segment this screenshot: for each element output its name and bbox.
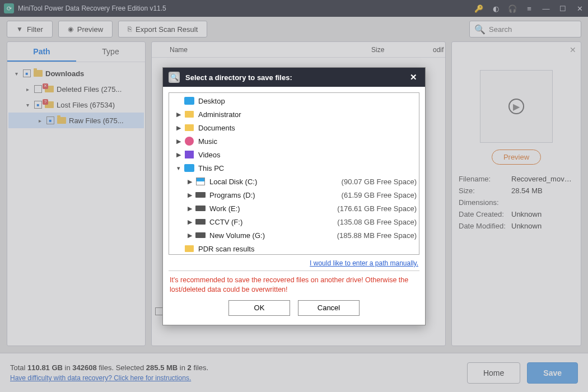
directory-node[interactable]: PDR scan results [169, 242, 419, 255]
directory-node[interactable]: ▶Work (E:)(176.61 GB Free Space) [169, 202, 419, 215]
chevron-right-icon[interactable]: ▶ [185, 178, 195, 185]
chevron-right-icon[interactable]: ▶ [174, 151, 184, 158]
directory-label: Local Disk (C:) [209, 178, 338, 186]
dialog-close-icon[interactable]: ✕ [408, 71, 419, 83]
cdrive-icon [195, 177, 206, 186]
directory-label: Music [198, 137, 419, 146]
directory-node[interactable]: ▶CCTV (F:)(135.08 GB Free Space) [169, 215, 419, 228]
chevron-right-icon[interactable]: ▶ [174, 111, 184, 118]
directory-label: This PC [198, 164, 419, 172]
folder-icon [184, 244, 195, 253]
dialog-icon: 🔍 [169, 72, 180, 83]
directory-node[interactable]: ▶Local Disk (C:)(90.07 GB Free Space) [169, 175, 419, 188]
chevron-right-icon[interactable]: ▶ [185, 192, 195, 199]
directory-label: PDR scan results [198, 245, 419, 253]
chevron-right-icon[interactable]: ▶ [185, 205, 195, 212]
directory-label: Administrator [198, 110, 419, 119]
drive-icon [195, 204, 206, 213]
chevron-right-icon[interactable]: ▶ [185, 232, 195, 239]
directory-label: Videos [198, 151, 419, 159]
directory-label: Programs (D:) [209, 191, 338, 199]
folder-icon [184, 123, 195, 132]
directory-node[interactable]: ▶Videos [169, 148, 419, 161]
drive-icon [195, 231, 206, 240]
directory-node[interactable]: ▶Music [169, 134, 419, 148]
directory-label: Documents [198, 124, 419, 132]
free-space-label: (90.07 GB Free Space) [342, 178, 419, 186]
free-space-label: (135.08 GB Free Space) [337, 218, 419, 226]
ok-button[interactable]: OK [228, 300, 290, 316]
dialog-titlebar: 🔍 Select a directory to save files: ✕ [163, 68, 425, 87]
music-icon [184, 137, 195, 146]
directory-node[interactable]: Desktop [169, 94, 419, 108]
cancel-button[interactable]: Cancel [298, 300, 360, 316]
dialog-warning: It's recommended to save the recovered f… [170, 276, 418, 295]
directory-label: CCTV (F:) [209, 218, 334, 226]
manual-path-link-row: I would like to enter a path manually. [169, 259, 418, 267]
pc-icon [184, 164, 195, 172]
free-space-label: (185.88 MB Free Space) [337, 231, 419, 240]
directory-label: Work (E:) [209, 204, 334, 213]
directory-node[interactable]: ▶Programs (D:)(61.59 GB Free Space) [169, 188, 419, 202]
video-icon [184, 150, 195, 159]
chevron-down-icon[interactable]: ▾ [174, 165, 184, 172]
dialog-title: Select a directory to save files: [185, 73, 292, 82]
free-space-label: (61.59 GB Free Space) [342, 191, 419, 199]
directory-label: New Volume (G:) [209, 231, 334, 240]
desktop-icon [184, 96, 195, 105]
save-directory-dialog: 🔍 Select a directory to save files: ✕ De… [162, 67, 426, 325]
directory-node[interactable]: ▶New Volume (G:)(185.88 MB Free Space) [169, 228, 419, 242]
drive-icon [195, 190, 206, 199]
directory-label: Desktop [198, 97, 419, 105]
drive-icon [195, 217, 206, 226]
chevron-right-icon[interactable]: ▶ [174, 138, 184, 145]
chevron-right-icon[interactable]: ▶ [185, 218, 195, 226]
directory-tree[interactable]: Desktop▶Administrator▶Documents▶Music▶Vi… [169, 92, 419, 255]
directory-node[interactable]: ▶Administrator [169, 108, 419, 121]
directory-node[interactable]: ▾This PC [169, 161, 419, 175]
folder-icon [184, 110, 195, 119]
manual-path-link[interactable]: I would like to enter a path manually. [310, 259, 418, 267]
directory-node[interactable]: ▶Documents [169, 121, 419, 134]
chevron-right-icon[interactable]: ▶ [174, 124, 184, 132]
dialog-body: Desktop▶Administrator▶Documents▶Music▶Vi… [163, 87, 425, 325]
free-space-label: (176.61 GB Free Space) [337, 204, 419, 213]
